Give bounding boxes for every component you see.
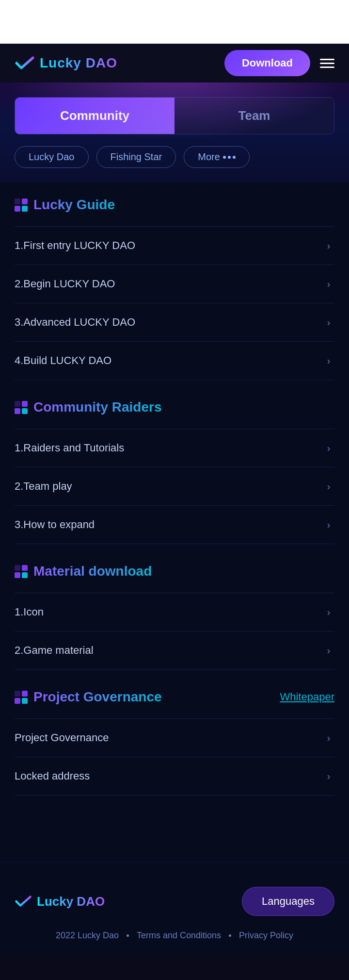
logo-icon xyxy=(15,56,35,70)
hamburger-line-2 xyxy=(320,63,334,64)
footer-logo: Lucky DAO xyxy=(15,894,105,909)
icon-sq-4 xyxy=(22,572,28,578)
project-governance-title: Project Governance xyxy=(33,689,162,705)
chevron-right-icon: › xyxy=(323,519,334,531)
icon-sq-4 xyxy=(22,698,28,704)
list-item-text: 1.Raiders and Tutorials xyxy=(15,442,124,454)
list-item-text: Locked address xyxy=(15,770,90,782)
chevron-right-icon: › xyxy=(323,316,334,328)
hamburger-menu[interactable] xyxy=(320,59,334,68)
list-item[interactable]: Locked address › xyxy=(15,757,334,796)
logo-container: Lucky DAO xyxy=(15,55,117,71)
lucky-guide-list: 1.First entry LUCKY DAO › 2.Begin LUCKY … xyxy=(15,226,334,380)
pill-lucky-dao[interactable]: Lucky Dao xyxy=(15,146,89,168)
icon-sq-1 xyxy=(15,691,20,697)
chevron-right-icon: › xyxy=(323,606,334,618)
whitepaper-link[interactable]: Whitepaper xyxy=(280,691,334,703)
list-item[interactable]: 3.How to expand › xyxy=(15,506,334,544)
list-item-text: 1.Icon xyxy=(15,606,44,618)
material-download-title-group: Material download xyxy=(15,564,152,579)
community-raiders-list: 1.Raiders and Tutorials › 2.Team play › … xyxy=(15,429,334,544)
navbar: Lucky DAO Download xyxy=(0,44,349,83)
logo-text: Lucky DAO xyxy=(40,55,117,71)
hamburger-line-3 xyxy=(320,66,334,68)
icon-sq-4 xyxy=(22,206,28,212)
icon-sq-4 xyxy=(22,408,28,414)
icon-sq-3 xyxy=(15,698,20,704)
project-governance-icon xyxy=(15,691,28,704)
list-item[interactable]: 4.Build LUCKY DAO › xyxy=(15,342,334,380)
list-item-text: 3.How to expand xyxy=(15,518,95,531)
download-button[interactable]: Download xyxy=(224,50,310,76)
footer-top: Lucky DAO Languages xyxy=(15,887,334,916)
dot-3 xyxy=(233,156,236,159)
icon-sq-2 xyxy=(22,401,28,407)
footer-copyright: 2022 Lucky Dao xyxy=(56,930,119,941)
more-dots xyxy=(223,156,236,159)
icon-sq-3 xyxy=(15,572,20,578)
section-material-download: Material download 1.Icon › 2.Game materi… xyxy=(0,564,349,670)
list-item-text: 1.First entry LUCKY DAO xyxy=(15,239,135,252)
material-download-header: Material download xyxy=(15,564,334,583)
hero-section: Community Team Lucky Dao Fishing Star Mo… xyxy=(0,83,349,183)
material-download-list: 1.Icon › 2.Game material › xyxy=(15,593,334,670)
list-item-text: 2.Begin LUCKY DAO xyxy=(15,278,115,290)
chevron-right-icon: › xyxy=(323,355,334,366)
section-community-raiders: Community Raiders 1.Raiders and Tutorial… xyxy=(0,399,349,544)
project-governance-list: Project Governance › Locked address › xyxy=(15,718,334,796)
footer-bottom: 2022 Lucky Dao Terms and Conditions Priv… xyxy=(15,930,334,941)
material-download-title: Material download xyxy=(33,564,152,579)
community-raiders-icon xyxy=(15,401,28,414)
lucky-guide-title-group: Lucky Guide xyxy=(15,197,115,213)
pill-more[interactable]: More xyxy=(184,146,250,168)
list-item-text: Project Governance xyxy=(15,731,109,744)
community-raiders-title-group: Community Raiders xyxy=(15,399,162,415)
list-item-text: 4.Build LUCKY DAO xyxy=(15,354,111,367)
main-content: Lucky Guide 1.First entry LUCKY DAO › 2.… xyxy=(0,183,349,862)
list-item[interactable]: 1.Icon › xyxy=(15,593,334,631)
icon-sq-3 xyxy=(15,206,20,212)
list-item[interactable]: 2.Team play › xyxy=(15,467,334,506)
list-item[interactable]: 2.Game material › xyxy=(15,631,334,670)
chevron-right-icon: › xyxy=(323,240,334,251)
languages-button[interactable]: Languages xyxy=(242,887,334,916)
community-raiders-header: Community Raiders xyxy=(15,399,334,419)
project-governance-title-group: Project Governance xyxy=(15,689,162,705)
section-project-governance: Project Governance Whitepaper Project Go… xyxy=(0,689,349,796)
footer-logo-icon xyxy=(15,895,32,908)
dot-2 xyxy=(228,156,231,159)
lucky-guide-icon xyxy=(15,199,28,212)
top-bar xyxy=(0,0,349,44)
section-lucky-guide: Lucky Guide 1.First entry LUCKY DAO › 2.… xyxy=(0,197,349,380)
hero-glow xyxy=(0,83,349,141)
material-download-icon xyxy=(15,565,28,578)
footer-logo-text: Lucky DAO xyxy=(37,894,105,909)
list-item-text: 2.Team play xyxy=(15,480,72,493)
chevron-right-icon: › xyxy=(323,770,334,782)
footer: Lucky DAO Languages 2022 Lucky Dao Terms… xyxy=(0,862,349,955)
list-item-text: 2.Game material xyxy=(15,644,94,657)
list-item-text: 3.Advanced LUCKY DAO xyxy=(15,316,135,329)
list-item[interactable]: 1.First entry LUCKY DAO › xyxy=(15,227,334,265)
icon-sq-2 xyxy=(22,199,28,204)
lucky-guide-header: Lucky Guide xyxy=(15,197,334,216)
terms-link[interactable]: Terms and Conditions xyxy=(137,930,221,941)
list-item[interactable]: 2.Begin LUCKY DAO › xyxy=(15,265,334,303)
pill-more-label: More xyxy=(198,151,220,163)
icon-sq-3 xyxy=(15,408,20,414)
list-item[interactable]: Project Governance › xyxy=(15,719,334,757)
project-governance-header: Project Governance Whitepaper xyxy=(15,689,334,709)
list-item[interactable]: 3.Advanced LUCKY DAO › xyxy=(15,303,334,342)
list-item[interactable]: 1.Raiders and Tutorials › xyxy=(15,429,334,467)
chevron-right-icon: › xyxy=(323,645,334,656)
lucky-guide-title: Lucky Guide xyxy=(33,197,115,213)
icon-sq-2 xyxy=(22,565,28,571)
privacy-link[interactable]: Privacy Policy xyxy=(239,930,293,941)
community-raiders-title: Community Raiders xyxy=(33,399,162,415)
chevron-right-icon: › xyxy=(323,278,334,290)
chevron-right-icon: › xyxy=(323,442,334,454)
hamburger-line-1 xyxy=(320,59,334,60)
footer-separator-2 xyxy=(229,934,231,937)
pill-fishing-star[interactable]: Fishing Star xyxy=(96,146,176,168)
dot-1 xyxy=(223,156,226,159)
